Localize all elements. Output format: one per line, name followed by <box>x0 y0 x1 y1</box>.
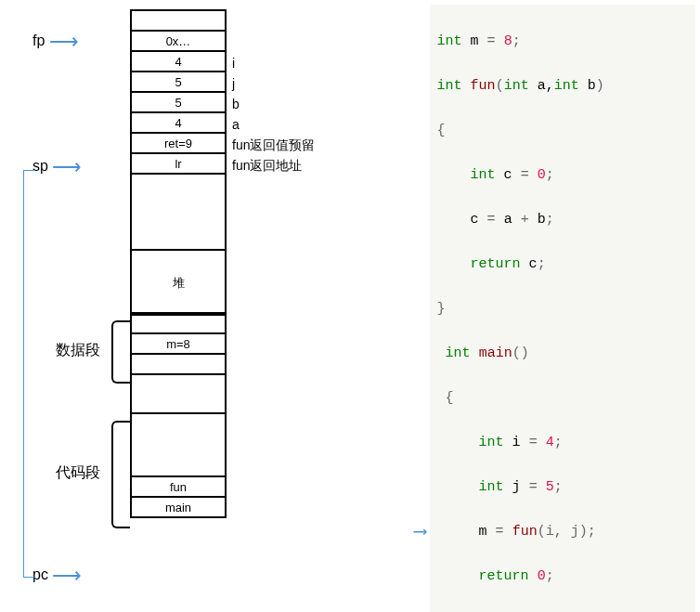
cell-code-blank <box>132 412 225 477</box>
cell-b: 5 <box>132 93 225 113</box>
code-block: int m = 8; int fun(int a,int b) { int c … <box>430 5 695 612</box>
cell-0x: 0x… <box>132 32 225 52</box>
code-line-8: int main() <box>437 343 677 365</box>
memory-diagram: 0x… 4 5 5 4 ret=9 lr 堆 m=8 fun main i j … <box>5 5 374 608</box>
cell-data-blank2 <box>132 355 225 375</box>
code-line-2: int fun(int a,int b) <box>437 75 677 98</box>
code-line-7: } <box>437 298 677 320</box>
pointer-pc: pc ⟶ <box>32 566 82 583</box>
code-line-1: int m = 8; <box>437 31 677 53</box>
cell-ret: ret=9 <box>132 134 225 154</box>
cell-gap1 <box>132 175 225 249</box>
cell-i: 4 <box>132 52 225 72</box>
cell-a: 4 <box>132 113 225 134</box>
code-line-4: int c = 0; <box>437 164 677 187</box>
code-line-10: int i = 4; <box>437 432 677 454</box>
label-retaddr: fun返回地址 <box>232 158 302 175</box>
label-a: a <box>232 117 240 132</box>
label-i: i <box>232 56 235 71</box>
code-line-13: return 0; <box>437 566 677 588</box>
sp-connector-bot <box>23 577 35 578</box>
sp-connector-top <box>23 170 35 171</box>
pointer-pc-text: pc <box>32 566 48 582</box>
cell-gap2 <box>132 375 225 412</box>
label-j: j <box>232 76 235 91</box>
cell-main: main <box>132 498 225 518</box>
label-ret-desc: fun返回值预留 <box>232 137 315 154</box>
cell-blank-top <box>132 11 225 32</box>
code-line-11: int j = 5; <box>437 476 677 499</box>
cell-m8: m=8 <box>132 334 225 355</box>
sp-pc-connector <box>23 170 24 577</box>
code-line-5: c = a + b; <box>437 209 677 231</box>
code-line-9: { <box>437 387 677 410</box>
arrow-right-icon: ⟶ <box>415 521 426 543</box>
pointer-sp: sp ⟶ <box>32 158 82 175</box>
arrow-right-icon: ⟶ <box>52 564 82 587</box>
pointer-fp-text: fp <box>32 33 45 48</box>
arrow-right-icon: ⟶ <box>49 30 79 53</box>
brace-code <box>111 421 130 528</box>
arrow-right-icon: ⟶ <box>52 155 82 178</box>
cell-j: 5 <box>132 72 225 93</box>
cell-fun: fun <box>132 477 225 498</box>
brace-data <box>111 320 130 384</box>
segment-code: 代码段 <box>56 463 100 483</box>
pointer-fp: fp ⟶ <box>32 33 79 49</box>
segment-data: 数据段 <box>56 341 100 360</box>
code-line-3: { <box>437 120 677 142</box>
label-b: b <box>232 97 240 111</box>
code-line-6: return c; <box>437 254 677 276</box>
pointer-sp-text: sp <box>32 158 48 174</box>
cell-data-blank1 <box>132 314 225 334</box>
cell-heap: 堆 <box>132 249 225 314</box>
cell-lr: lr <box>132 154 225 175</box>
stack-column: 0x… 4 5 5 4 ret=9 lr 堆 m=8 fun main <box>130 9 227 518</box>
code-line-12: ⟶ m = fun(i, j); <box>437 521 677 543</box>
